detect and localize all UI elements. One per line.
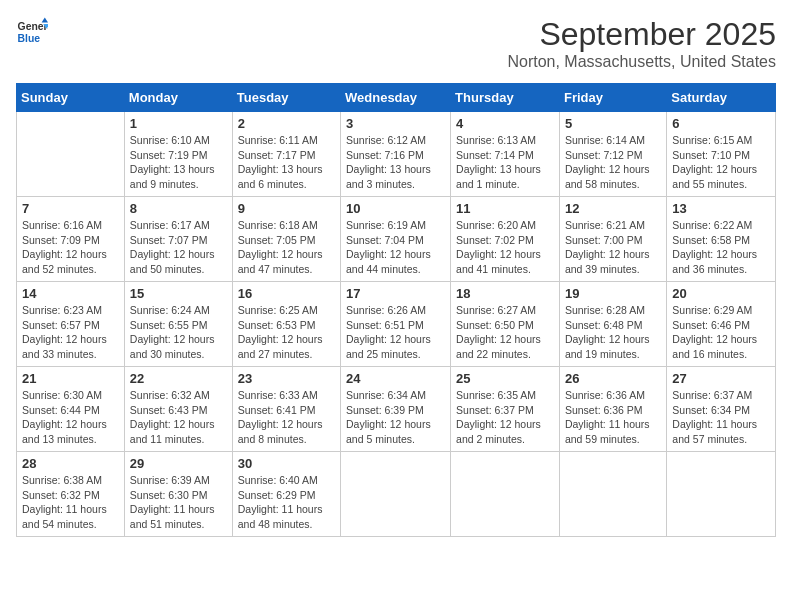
weekday-header-wednesday: Wednesday xyxy=(341,84,451,112)
day-number: 11 xyxy=(456,201,554,216)
day-info: Sunrise: 6:23 AMSunset: 6:57 PMDaylight:… xyxy=(22,303,119,362)
calendar-cell xyxy=(341,452,451,537)
day-info: Sunrise: 6:21 AMSunset: 7:00 PMDaylight:… xyxy=(565,218,661,277)
day-info: Sunrise: 6:33 AMSunset: 6:41 PMDaylight:… xyxy=(238,388,335,447)
weekday-header-row: SundayMondayTuesdayWednesdayThursdayFrid… xyxy=(17,84,776,112)
weekday-header-friday: Friday xyxy=(559,84,666,112)
calendar-week-row: 1Sunrise: 6:10 AMSunset: 7:19 PMDaylight… xyxy=(17,112,776,197)
calendar-cell xyxy=(559,452,666,537)
day-number: 8 xyxy=(130,201,227,216)
day-info: Sunrise: 6:15 AMSunset: 7:10 PMDaylight:… xyxy=(672,133,770,192)
calendar-week-row: 7Sunrise: 6:16 AMSunset: 7:09 PMDaylight… xyxy=(17,197,776,282)
calendar-cell: 25Sunrise: 6:35 AMSunset: 6:37 PMDayligh… xyxy=(451,367,560,452)
day-info: Sunrise: 6:11 AMSunset: 7:17 PMDaylight:… xyxy=(238,133,335,192)
weekday-header-monday: Monday xyxy=(124,84,232,112)
calendar-cell: 8Sunrise: 6:17 AMSunset: 7:07 PMDaylight… xyxy=(124,197,232,282)
day-number: 29 xyxy=(130,456,227,471)
calendar-cell: 7Sunrise: 6:16 AMSunset: 7:09 PMDaylight… xyxy=(17,197,125,282)
day-info: Sunrise: 6:20 AMSunset: 7:02 PMDaylight:… xyxy=(456,218,554,277)
day-number: 30 xyxy=(238,456,335,471)
calendar-cell: 26Sunrise: 6:36 AMSunset: 6:36 PMDayligh… xyxy=(559,367,666,452)
day-number: 23 xyxy=(238,371,335,386)
calendar-cell: 9Sunrise: 6:18 AMSunset: 7:05 PMDaylight… xyxy=(232,197,340,282)
day-info: Sunrise: 6:37 AMSunset: 6:34 PMDaylight:… xyxy=(672,388,770,447)
weekday-header-tuesday: Tuesday xyxy=(232,84,340,112)
title-area: September 2025 Norton, Massachusetts, Un… xyxy=(507,16,776,71)
day-number: 19 xyxy=(565,286,661,301)
day-info: Sunrise: 6:39 AMSunset: 6:30 PMDaylight:… xyxy=(130,473,227,532)
day-number: 25 xyxy=(456,371,554,386)
calendar-table: SundayMondayTuesdayWednesdayThursdayFrid… xyxy=(16,83,776,537)
day-info: Sunrise: 6:30 AMSunset: 6:44 PMDaylight:… xyxy=(22,388,119,447)
day-number: 4 xyxy=(456,116,554,131)
calendar-cell xyxy=(17,112,125,197)
day-number: 27 xyxy=(672,371,770,386)
day-number: 10 xyxy=(346,201,445,216)
month-title: September 2025 xyxy=(507,16,776,53)
day-number: 3 xyxy=(346,116,445,131)
calendar-cell: 20Sunrise: 6:29 AMSunset: 6:46 PMDayligh… xyxy=(667,282,776,367)
day-number: 2 xyxy=(238,116,335,131)
day-info: Sunrise: 6:28 AMSunset: 6:48 PMDaylight:… xyxy=(565,303,661,362)
day-number: 20 xyxy=(672,286,770,301)
calendar-cell: 19Sunrise: 6:28 AMSunset: 6:48 PMDayligh… xyxy=(559,282,666,367)
calendar-cell: 2Sunrise: 6:11 AMSunset: 7:17 PMDaylight… xyxy=(232,112,340,197)
day-number: 6 xyxy=(672,116,770,131)
calendar-cell: 17Sunrise: 6:26 AMSunset: 6:51 PMDayligh… xyxy=(341,282,451,367)
day-number: 21 xyxy=(22,371,119,386)
calendar-cell: 6Sunrise: 6:15 AMSunset: 7:10 PMDaylight… xyxy=(667,112,776,197)
calendar-week-row: 14Sunrise: 6:23 AMSunset: 6:57 PMDayligh… xyxy=(17,282,776,367)
calendar-cell: 13Sunrise: 6:22 AMSunset: 6:58 PMDayligh… xyxy=(667,197,776,282)
logo: General Blue xyxy=(16,16,48,48)
day-info: Sunrise: 6:25 AMSunset: 6:53 PMDaylight:… xyxy=(238,303,335,362)
calendar-cell: 3Sunrise: 6:12 AMSunset: 7:16 PMDaylight… xyxy=(341,112,451,197)
location-title: Norton, Massachusetts, United States xyxy=(507,53,776,71)
day-info: Sunrise: 6:36 AMSunset: 6:36 PMDaylight:… xyxy=(565,388,661,447)
day-info: Sunrise: 6:40 AMSunset: 6:29 PMDaylight:… xyxy=(238,473,335,532)
calendar-cell: 21Sunrise: 6:30 AMSunset: 6:44 PMDayligh… xyxy=(17,367,125,452)
calendar-week-row: 21Sunrise: 6:30 AMSunset: 6:44 PMDayligh… xyxy=(17,367,776,452)
calendar-cell: 1Sunrise: 6:10 AMSunset: 7:19 PMDaylight… xyxy=(124,112,232,197)
day-number: 17 xyxy=(346,286,445,301)
day-number: 28 xyxy=(22,456,119,471)
day-info: Sunrise: 6:29 AMSunset: 6:46 PMDaylight:… xyxy=(672,303,770,362)
logo-icon: General Blue xyxy=(16,16,48,48)
calendar-cell: 28Sunrise: 6:38 AMSunset: 6:32 PMDayligh… xyxy=(17,452,125,537)
day-number: 22 xyxy=(130,371,227,386)
day-number: 1 xyxy=(130,116,227,131)
day-info: Sunrise: 6:26 AMSunset: 6:51 PMDaylight:… xyxy=(346,303,445,362)
calendar-cell: 4Sunrise: 6:13 AMSunset: 7:14 PMDaylight… xyxy=(451,112,560,197)
calendar-cell: 14Sunrise: 6:23 AMSunset: 6:57 PMDayligh… xyxy=(17,282,125,367)
day-info: Sunrise: 6:19 AMSunset: 7:04 PMDaylight:… xyxy=(346,218,445,277)
svg-text:General: General xyxy=(18,21,48,32)
day-info: Sunrise: 6:32 AMSunset: 6:43 PMDaylight:… xyxy=(130,388,227,447)
day-info: Sunrise: 6:27 AMSunset: 6:50 PMDaylight:… xyxy=(456,303,554,362)
day-number: 7 xyxy=(22,201,119,216)
calendar-cell: 11Sunrise: 6:20 AMSunset: 7:02 PMDayligh… xyxy=(451,197,560,282)
day-info: Sunrise: 6:22 AMSunset: 6:58 PMDaylight:… xyxy=(672,218,770,277)
day-number: 16 xyxy=(238,286,335,301)
calendar-cell: 12Sunrise: 6:21 AMSunset: 7:00 PMDayligh… xyxy=(559,197,666,282)
day-number: 26 xyxy=(565,371,661,386)
day-info: Sunrise: 6:35 AMSunset: 6:37 PMDaylight:… xyxy=(456,388,554,447)
day-number: 12 xyxy=(565,201,661,216)
day-info: Sunrise: 6:34 AMSunset: 6:39 PMDaylight:… xyxy=(346,388,445,447)
calendar-cell: 29Sunrise: 6:39 AMSunset: 6:30 PMDayligh… xyxy=(124,452,232,537)
day-info: Sunrise: 6:13 AMSunset: 7:14 PMDaylight:… xyxy=(456,133,554,192)
calendar-cell: 22Sunrise: 6:32 AMSunset: 6:43 PMDayligh… xyxy=(124,367,232,452)
calendar-cell xyxy=(667,452,776,537)
calendar-cell: 24Sunrise: 6:34 AMSunset: 6:39 PMDayligh… xyxy=(341,367,451,452)
calendar-cell xyxy=(451,452,560,537)
calendar-cell: 10Sunrise: 6:19 AMSunset: 7:04 PMDayligh… xyxy=(341,197,451,282)
day-number: 18 xyxy=(456,286,554,301)
day-info: Sunrise: 6:12 AMSunset: 7:16 PMDaylight:… xyxy=(346,133,445,192)
page-header: General Blue September 2025 Norton, Mass… xyxy=(16,16,776,71)
calendar-week-row: 28Sunrise: 6:38 AMSunset: 6:32 PMDayligh… xyxy=(17,452,776,537)
calendar-cell: 30Sunrise: 6:40 AMSunset: 6:29 PMDayligh… xyxy=(232,452,340,537)
day-info: Sunrise: 6:14 AMSunset: 7:12 PMDaylight:… xyxy=(565,133,661,192)
day-info: Sunrise: 6:38 AMSunset: 6:32 PMDaylight:… xyxy=(22,473,119,532)
day-number: 15 xyxy=(130,286,227,301)
day-number: 13 xyxy=(672,201,770,216)
day-info: Sunrise: 6:18 AMSunset: 7:05 PMDaylight:… xyxy=(238,218,335,277)
day-number: 24 xyxy=(346,371,445,386)
